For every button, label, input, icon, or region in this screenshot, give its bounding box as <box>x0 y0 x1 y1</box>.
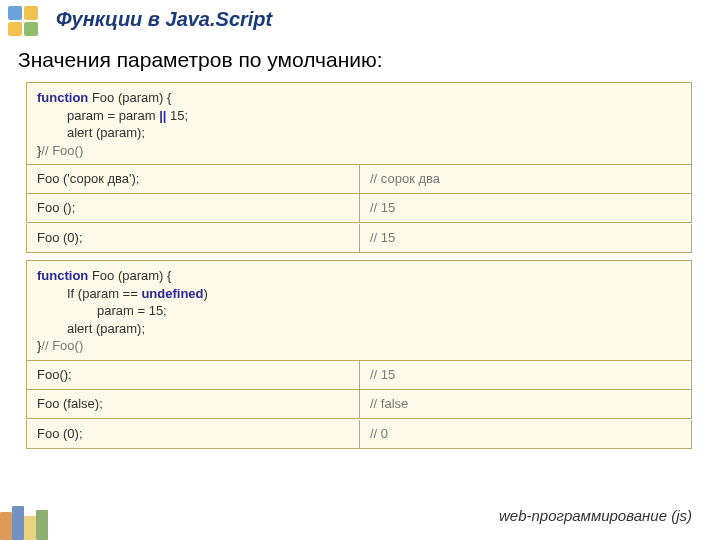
output-cell: // сорок два <box>359 165 691 193</box>
output-cell: // 15 <box>359 224 691 252</box>
code-text: ) <box>204 286 208 301</box>
code-comment: // Foo() <box>41 143 83 158</box>
output-cell: // false <box>359 390 691 418</box>
result-row: Foo (0); // 0 <box>26 420 692 449</box>
code-text: Foo (param) { <box>88 90 171 105</box>
books-icon <box>0 500 60 540</box>
call-cell: Foo (false); <box>27 390 359 418</box>
code-text: Foo (param) { <box>88 268 171 283</box>
output-cell: // 15 <box>359 361 691 389</box>
output-cell: // 15 <box>359 194 691 222</box>
code-text: param = 15; <box>37 302 167 320</box>
footer-text: web-программирование (js) <box>499 507 692 524</box>
result-row: Foo ('сорок два'); // сорок два <box>26 164 692 194</box>
code-comment: // Foo() <box>41 338 83 353</box>
code-block-1: function Foo (param) { param = param || … <box>26 82 692 166</box>
result-row: Foo (); // 15 <box>26 194 692 223</box>
logo-icon <box>8 6 48 40</box>
code-keyword: function <box>37 90 88 105</box>
slide: Функции в Java.Script Значения параметро… <box>0 0 720 540</box>
call-cell: Foo ('сорок два'); <box>27 165 359 193</box>
code-text: alert (param); <box>37 124 145 142</box>
code-text: alert (param); <box>37 320 145 338</box>
code-text: 15; <box>166 108 188 123</box>
call-cell: Foo (0); <box>27 224 359 252</box>
call-cell: Foo(); <box>27 361 359 389</box>
code-block-2: function Foo (param) { If (param == unde… <box>26 260 692 362</box>
code-keyword: function <box>37 268 88 283</box>
call-cell: Foo (); <box>27 194 359 222</box>
code-text: param = param <box>67 108 159 123</box>
subtitle: Значения параметров по умолчанию: <box>18 48 383 72</box>
output-cell: // 0 <box>359 420 691 448</box>
code-keyword: undefined <box>141 286 203 301</box>
result-row: Foo(); // 15 <box>26 360 692 390</box>
call-cell: Foo (0); <box>27 420 359 448</box>
result-row: Foo (0); // 15 <box>26 224 692 253</box>
page-title: Функции в Java.Script <box>56 8 272 31</box>
result-row: Foo (false); // false <box>26 390 692 419</box>
code-text: If (param == <box>67 286 141 301</box>
